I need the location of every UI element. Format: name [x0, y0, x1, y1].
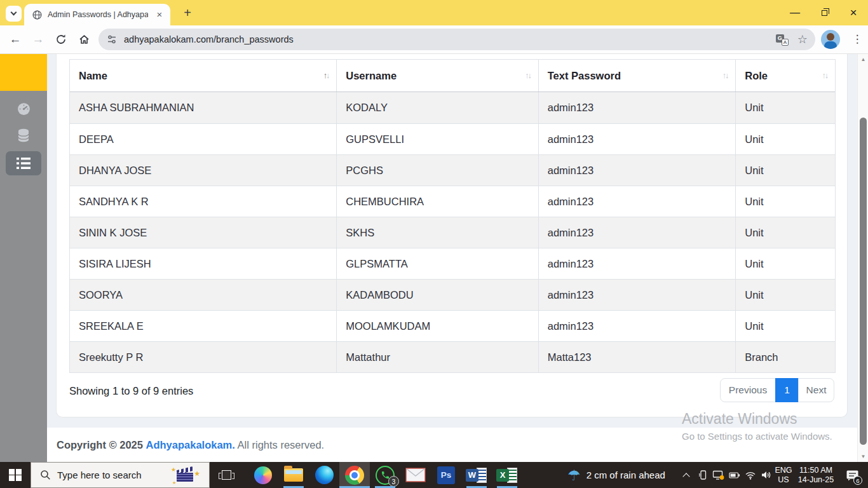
passwords-table: Name↑↓Username↑↓Text Password↑↓Role↑↓ AS…	[69, 59, 836, 373]
taskbar-edge-button[interactable]	[309, 462, 339, 488]
taskbar-search-box[interactable]: Type here to search ★ ★ ★	[31, 462, 210, 488]
new-tab-button[interactable]: +	[179, 5, 196, 22]
sidebar-item-password-list[interactable]	[6, 151, 41, 175]
taskbar-file-explorer-button[interactable]	[278, 462, 309, 488]
forward-button[interactable]: →	[27, 28, 50, 51]
sidebar-item-dashboard[interactable]	[6, 97, 41, 121]
column-header-text-password[interactable]: Text Password↑↓	[538, 60, 735, 92]
language-line2: US	[778, 475, 789, 485]
home-button[interactable]	[72, 28, 95, 51]
back-button[interactable]: ←	[4, 28, 27, 51]
wifi-icon	[745, 471, 756, 480]
translate-icon[interactable]: G A	[776, 33, 789, 46]
sidebar-brand[interactable]	[0, 54, 47, 91]
photoshop-icon: Ps	[437, 466, 455, 484]
home-icon	[78, 34, 90, 46]
database-icon	[16, 128, 31, 144]
sort-icon: ↑↓	[323, 71, 329, 80]
bookmark-star-icon[interactable]: ☆	[797, 32, 808, 46]
tray-wifi-button[interactable]	[743, 462, 758, 488]
task-view-button[interactable]	[212, 462, 240, 488]
taskbar-whatsapp-button[interactable]: 3	[370, 462, 400, 488]
tray-volume-button[interactable]	[758, 462, 773, 488]
taskbar-word-button[interactable]: W	[461, 462, 492, 488]
browser-toolbar: ← → adhyapakalokam.com/branch_passwords …	[0, 25, 868, 54]
tray-expand-button[interactable]	[679, 462, 694, 488]
action-center-button[interactable]: 6	[839, 462, 865, 488]
taskbar-mail-button[interactable]	[400, 462, 431, 488]
column-label: Username	[346, 70, 397, 82]
table-cell: Sreekutty P R	[70, 342, 336, 372]
window-close-button[interactable]: ×	[839, 0, 868, 25]
tray-battery-button[interactable]	[727, 462, 742, 488]
chevron-down-icon	[11, 10, 17, 16]
table-cell: admin123	[538, 217, 735, 248]
tray-phone-link-button[interactable]	[695, 462, 710, 488]
table-row: SANDHYA K RCHEMBUCHIRAadmin123Unit	[70, 186, 835, 217]
table-cell: Unit	[735, 186, 835, 217]
column-header-name[interactable]: Name↑↓	[70, 60, 336, 92]
taskbar-chrome-button[interactable]	[339, 462, 370, 488]
start-button[interactable]	[0, 462, 31, 488]
task-view-icon	[222, 470, 231, 480]
table-cell: admin123	[538, 311, 735, 341]
column-header-role[interactable]: Role↑↓	[735, 60, 835, 92]
column-label: Role	[745, 70, 768, 82]
globe-favicon-icon	[32, 10, 43, 20]
mail-envelope-icon	[405, 468, 426, 482]
clock-time: 11:50 AM	[799, 466, 832, 475]
chevron-up-icon	[682, 473, 689, 480]
table-cell: GUPSVELLI	[336, 124, 538, 154]
scrollbar-thumb[interactable]	[860, 118, 867, 445]
excel-icon: X	[496, 466, 518, 484]
site-settings-icon[interactable]	[106, 34, 118, 45]
reload-icon	[55, 34, 67, 45]
window-minimize-button[interactable]: —	[780, 0, 810, 25]
column-header-username[interactable]: Username↑↓	[336, 60, 538, 92]
scroll-up-arrow-icon[interactable]: ▲	[858, 57, 868, 62]
table-cell: Unit	[735, 280, 835, 310]
search-highlight-clapperboard-icon[interactable]: ★ ★ ★	[171, 466, 200, 485]
edge-icon	[315, 466, 334, 484]
taskbar-clock[interactable]: 11:50 AM 14-Jun-25	[796, 462, 836, 488]
tab-title: Admin Passwords | Adhyapakalo	[48, 10, 148, 19]
url-text: adhyapakalokam.com/branch_passwords	[124, 34, 294, 44]
reload-button[interactable]	[50, 28, 72, 51]
table-cell: admin123	[538, 280, 735, 310]
table-header-row: Name↑↓Username↑↓Text Password↑↓Role↑↓	[70, 60, 835, 92]
pagination-next-button[interactable]: Next	[798, 378, 834, 402]
pagination-previous-button[interactable]: Previous	[720, 378, 776, 402]
profile-avatar[interactable]	[821, 30, 840, 49]
table-cell: Unit	[735, 92, 835, 123]
phone-link-icon	[698, 470, 709, 480]
copyright-text: Copyright © 2025 Adhyapakalokam. All rig…	[57, 439, 324, 451]
table-row: DEEPAGUPSVELLIadmin123Unit	[70, 123, 835, 154]
browser-tab[interactable]: Admin Passwords | Adhyapakalo ×	[24, 4, 170, 25]
language-indicator[interactable]: ENG US	[773, 462, 794, 488]
table-cell: admin123	[538, 155, 735, 186]
scroll-down-arrow-icon[interactable]: ▼	[858, 454, 868, 459]
taskbar-excel-button[interactable]: X	[492, 462, 522, 488]
window-controls: — ×	[780, 0, 868, 25]
restore-icon	[822, 10, 827, 16]
tab-search-button[interactable]	[6, 6, 22, 22]
vertical-scrollbar[interactable]: ▲ ▼	[857, 54, 868, 462]
windows-logo-icon	[9, 469, 22, 482]
window-restore-button[interactable]	[810, 0, 839, 25]
column-label: Text Password	[548, 70, 621, 82]
taskbar-photoshop-button[interactable]: Ps	[431, 462, 461, 488]
tray-display-alert-button[interactable]	[710, 462, 726, 488]
tab-close-icon[interactable]: ×	[154, 9, 165, 20]
chrome-icon	[345, 466, 364, 485]
speaker-icon	[761, 470, 771, 480]
table-cell: PCGHS	[336, 155, 538, 186]
pagination-page-1-button[interactable]: 1	[775, 378, 799, 402]
entries-info: Showing 1 to 9 of 9 entries	[69, 385, 193, 397]
sidebar-item-database[interactable]	[6, 124, 41, 148]
browser-menu-kebab-icon[interactable]: ⋮	[849, 28, 865, 51]
brand-link[interactable]: Adhyapakalokam.	[146, 439, 235, 451]
weather-widget[interactable]: ☂ 2 cm of rain ahead	[567, 462, 677, 488]
table-body: ASHA SUBRAHMANIANKODALYadmin123UnitDEEPA…	[70, 92, 835, 372]
address-bar[interactable]: adhyapakalokam.com/branch_passwords G A …	[98, 29, 815, 50]
taskbar-copilot-button[interactable]	[248, 462, 278, 488]
